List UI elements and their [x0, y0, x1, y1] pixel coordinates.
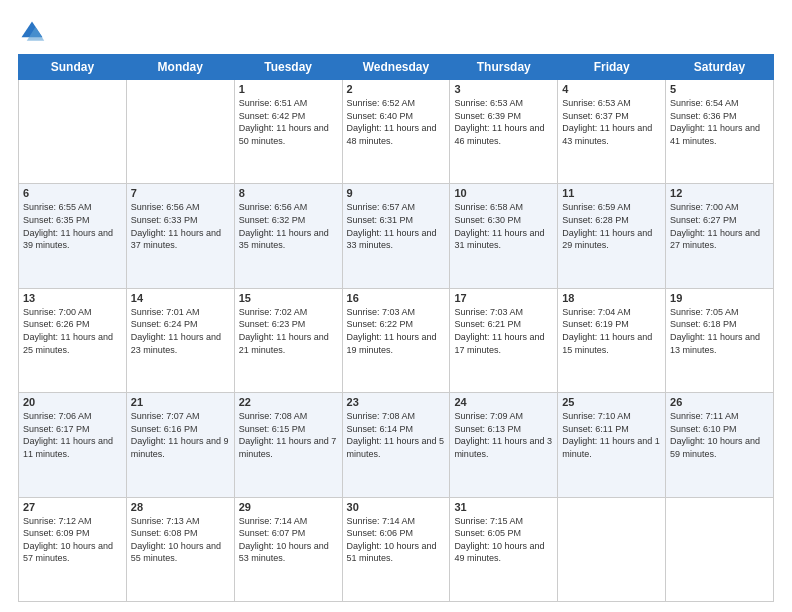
day-number: 23	[347, 396, 446, 408]
logo-icon	[18, 18, 46, 46]
day-number: 9	[347, 187, 446, 199]
calendar-cell: 31Sunrise: 7:15 AMSunset: 6:05 PMDayligh…	[450, 497, 558, 601]
calendar-cell	[558, 497, 666, 601]
calendar-cell: 19Sunrise: 7:05 AMSunset: 6:18 PMDayligh…	[666, 288, 774, 392]
day-info: Sunrise: 6:53 AMSunset: 6:37 PMDaylight:…	[562, 97, 661, 147]
calendar-cell: 28Sunrise: 7:13 AMSunset: 6:08 PMDayligh…	[126, 497, 234, 601]
calendar-cell: 27Sunrise: 7:12 AMSunset: 6:09 PMDayligh…	[19, 497, 127, 601]
calendar-week: 27Sunrise: 7:12 AMSunset: 6:09 PMDayligh…	[19, 497, 774, 601]
day-info: Sunrise: 7:14 AMSunset: 6:07 PMDaylight:…	[239, 515, 338, 565]
day-number: 14	[131, 292, 230, 304]
calendar-cell: 11Sunrise: 6:59 AMSunset: 6:28 PMDayligh…	[558, 184, 666, 288]
calendar-cell: 8Sunrise: 6:56 AMSunset: 6:32 PMDaylight…	[234, 184, 342, 288]
day-info: Sunrise: 7:10 AMSunset: 6:11 PMDaylight:…	[562, 410, 661, 460]
day-info: Sunrise: 6:53 AMSunset: 6:39 PMDaylight:…	[454, 97, 553, 147]
day-number: 10	[454, 187, 553, 199]
calendar-cell: 13Sunrise: 7:00 AMSunset: 6:26 PMDayligh…	[19, 288, 127, 392]
day-header: Monday	[126, 55, 234, 80]
calendar-cell: 22Sunrise: 7:08 AMSunset: 6:15 PMDayligh…	[234, 393, 342, 497]
calendar-week: 13Sunrise: 7:00 AMSunset: 6:26 PMDayligh…	[19, 288, 774, 392]
calendar-cell: 30Sunrise: 7:14 AMSunset: 6:06 PMDayligh…	[342, 497, 450, 601]
calendar-week: 1Sunrise: 6:51 AMSunset: 6:42 PMDaylight…	[19, 80, 774, 184]
day-number: 15	[239, 292, 338, 304]
day-number: 28	[131, 501, 230, 513]
day-info: Sunrise: 7:11 AMSunset: 6:10 PMDaylight:…	[670, 410, 769, 460]
calendar-cell: 12Sunrise: 7:00 AMSunset: 6:27 PMDayligh…	[666, 184, 774, 288]
day-info: Sunrise: 7:03 AMSunset: 6:21 PMDaylight:…	[454, 306, 553, 356]
calendar-cell	[666, 497, 774, 601]
day-number: 16	[347, 292, 446, 304]
day-number: 19	[670, 292, 769, 304]
day-info: Sunrise: 7:02 AMSunset: 6:23 PMDaylight:…	[239, 306, 338, 356]
day-number: 31	[454, 501, 553, 513]
page: SundayMondayTuesdayWednesdayThursdayFrid…	[0, 0, 792, 612]
day-number: 5	[670, 83, 769, 95]
day-number: 21	[131, 396, 230, 408]
day-info: Sunrise: 6:56 AMSunset: 6:32 PMDaylight:…	[239, 201, 338, 251]
day-info: Sunrise: 7:08 AMSunset: 6:15 PMDaylight:…	[239, 410, 338, 460]
day-info: Sunrise: 7:00 AMSunset: 6:26 PMDaylight:…	[23, 306, 122, 356]
calendar-cell: 7Sunrise: 6:56 AMSunset: 6:33 PMDaylight…	[126, 184, 234, 288]
day-info: Sunrise: 7:13 AMSunset: 6:08 PMDaylight:…	[131, 515, 230, 565]
day-info: Sunrise: 7:09 AMSunset: 6:13 PMDaylight:…	[454, 410, 553, 460]
calendar-table: SundayMondayTuesdayWednesdayThursdayFrid…	[18, 54, 774, 602]
day-number: 22	[239, 396, 338, 408]
day-info: Sunrise: 7:08 AMSunset: 6:14 PMDaylight:…	[347, 410, 446, 460]
day-info: Sunrise: 6:58 AMSunset: 6:30 PMDaylight:…	[454, 201, 553, 251]
day-number: 18	[562, 292, 661, 304]
calendar-cell: 4Sunrise: 6:53 AMSunset: 6:37 PMDaylight…	[558, 80, 666, 184]
day-number: 25	[562, 396, 661, 408]
day-number: 3	[454, 83, 553, 95]
day-number: 26	[670, 396, 769, 408]
calendar-cell: 2Sunrise: 6:52 AMSunset: 6:40 PMDaylight…	[342, 80, 450, 184]
day-info: Sunrise: 7:01 AMSunset: 6:24 PMDaylight:…	[131, 306, 230, 356]
calendar-cell: 24Sunrise: 7:09 AMSunset: 6:13 PMDayligh…	[450, 393, 558, 497]
day-info: Sunrise: 6:54 AMSunset: 6:36 PMDaylight:…	[670, 97, 769, 147]
calendar-cell: 15Sunrise: 7:02 AMSunset: 6:23 PMDayligh…	[234, 288, 342, 392]
day-number: 8	[239, 187, 338, 199]
day-number: 6	[23, 187, 122, 199]
calendar-week: 6Sunrise: 6:55 AMSunset: 6:35 PMDaylight…	[19, 184, 774, 288]
day-info: Sunrise: 7:07 AMSunset: 6:16 PMDaylight:…	[131, 410, 230, 460]
day-info: Sunrise: 7:12 AMSunset: 6:09 PMDaylight:…	[23, 515, 122, 565]
day-info: Sunrise: 7:06 AMSunset: 6:17 PMDaylight:…	[23, 410, 122, 460]
day-header: Friday	[558, 55, 666, 80]
day-number: 27	[23, 501, 122, 513]
calendar-week: 20Sunrise: 7:06 AMSunset: 6:17 PMDayligh…	[19, 393, 774, 497]
calendar-cell: 23Sunrise: 7:08 AMSunset: 6:14 PMDayligh…	[342, 393, 450, 497]
day-header: Sunday	[19, 55, 127, 80]
calendar-cell: 16Sunrise: 7:03 AMSunset: 6:22 PMDayligh…	[342, 288, 450, 392]
day-info: Sunrise: 7:15 AMSunset: 6:05 PMDaylight:…	[454, 515, 553, 565]
day-header: Tuesday	[234, 55, 342, 80]
calendar-cell: 9Sunrise: 6:57 AMSunset: 6:31 PMDaylight…	[342, 184, 450, 288]
day-number: 11	[562, 187, 661, 199]
day-header: Thursday	[450, 55, 558, 80]
day-header: Wednesday	[342, 55, 450, 80]
calendar-cell: 25Sunrise: 7:10 AMSunset: 6:11 PMDayligh…	[558, 393, 666, 497]
calendar-cell: 26Sunrise: 7:11 AMSunset: 6:10 PMDayligh…	[666, 393, 774, 497]
day-number: 7	[131, 187, 230, 199]
day-header: Saturday	[666, 55, 774, 80]
calendar-cell: 20Sunrise: 7:06 AMSunset: 6:17 PMDayligh…	[19, 393, 127, 497]
day-info: Sunrise: 6:57 AMSunset: 6:31 PMDaylight:…	[347, 201, 446, 251]
calendar-cell: 10Sunrise: 6:58 AMSunset: 6:30 PMDayligh…	[450, 184, 558, 288]
day-info: Sunrise: 7:04 AMSunset: 6:19 PMDaylight:…	[562, 306, 661, 356]
day-info: Sunrise: 7:14 AMSunset: 6:06 PMDaylight:…	[347, 515, 446, 565]
day-number: 4	[562, 83, 661, 95]
day-number: 20	[23, 396, 122, 408]
day-number: 29	[239, 501, 338, 513]
calendar-cell: 29Sunrise: 7:14 AMSunset: 6:07 PMDayligh…	[234, 497, 342, 601]
calendar-cell: 1Sunrise: 6:51 AMSunset: 6:42 PMDaylight…	[234, 80, 342, 184]
day-info: Sunrise: 7:00 AMSunset: 6:27 PMDaylight:…	[670, 201, 769, 251]
day-info: Sunrise: 6:55 AMSunset: 6:35 PMDaylight:…	[23, 201, 122, 251]
day-info: Sunrise: 6:51 AMSunset: 6:42 PMDaylight:…	[239, 97, 338, 147]
day-number: 17	[454, 292, 553, 304]
day-info: Sunrise: 6:56 AMSunset: 6:33 PMDaylight:…	[131, 201, 230, 251]
calendar-cell	[19, 80, 127, 184]
day-number: 2	[347, 83, 446, 95]
calendar-cell: 14Sunrise: 7:01 AMSunset: 6:24 PMDayligh…	[126, 288, 234, 392]
day-number: 12	[670, 187, 769, 199]
calendar-cell: 21Sunrise: 7:07 AMSunset: 6:16 PMDayligh…	[126, 393, 234, 497]
calendar-cell: 17Sunrise: 7:03 AMSunset: 6:21 PMDayligh…	[450, 288, 558, 392]
calendar-cell: 5Sunrise: 6:54 AMSunset: 6:36 PMDaylight…	[666, 80, 774, 184]
